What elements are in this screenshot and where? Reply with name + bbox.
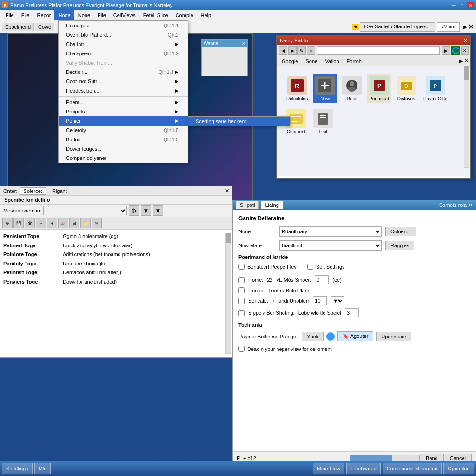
- browser-scrollbar-thumb[interactable]: [464, 66, 469, 80]
- toolbar-btn-epocimend[interactable]: Epocimend: [2, 23, 34, 31]
- dropdown-proipets[interactable]: Proipets ▶: [59, 107, 188, 116]
- tab-7vient[interactable]: 7Vient: [437, 22, 460, 32]
- onter-search-select[interactable]: [43, 206, 127, 215]
- toolbar-arrow-right[interactable]: ▸: [463, 22, 467, 31]
- menu-help[interactable]: Help: [197, 10, 215, 20]
- onter-icon-btn9[interactable]: ✉: [92, 218, 102, 228]
- onter-icon-btn4[interactable]: →: [36, 218, 46, 228]
- onter-tab-rigant[interactable]: Rigant: [48, 188, 71, 194]
- menu-file3[interactable]: File: [94, 10, 110, 20]
- submenu-scetting[interactable]: Scetting saue beckeot..: [188, 117, 290, 126]
- settings-cb-selt-input[interactable]: [307, 264, 313, 270]
- onter-search-btn2[interactable]: ▼: [141, 205, 151, 216]
- browser-menu-sone[interactable]: Sone: [303, 58, 320, 65]
- onter-icon-btn1[interactable]: ⊕: [2, 218, 13, 228]
- menu-none[interactable]: None: [74, 10, 94, 20]
- onter-scrollbar-thumb[interactable]: [226, 233, 231, 243]
- browser-menu-vation[interactable]: Vation: [322, 58, 342, 65]
- menu-repor[interactable]: Repor: [33, 10, 54, 20]
- onter-close-btn[interactable]: ✕: [225, 188, 229, 194]
- onter-search-btn3[interactable]: ▼: [153, 205, 163, 216]
- settings-raggies-btn[interactable]: Raggies: [385, 241, 414, 250]
- onter-tab-solerce[interactable]: Solerce:: [20, 187, 46, 195]
- taskbar-btn-troubxarod[interactable]: Troubxarod: [346, 463, 381, 474]
- settings-cb-honoe-input[interactable]: [238, 287, 245, 293]
- dropdown-epent[interactable]: Epent... ▶: [59, 98, 188, 107]
- icon-new[interactable]: New: [313, 74, 337, 103]
- menu-fetell[interactable]: Fetell Slice: [139, 10, 172, 20]
- toolbar-close-tab[interactable]: ✕: [468, 22, 474, 31]
- browser-home-btn[interactable]: ⌂: [307, 46, 315, 55]
- browser-forward-btn[interactable]: ▶: [288, 46, 297, 55]
- dropdown-celleroly[interactable]: Celleroly Qllt.1.5: [59, 126, 188, 135]
- settings-home-num-input[interactable]: [315, 275, 329, 284]
- icon-distoves[interactable]: D Distoves: [395, 74, 418, 103]
- onter-icon-btn2[interactable]: 💾: [13, 218, 24, 228]
- maximize-btn[interactable]: □: [458, 2, 466, 8]
- onter-icon-btn3[interactable]: 🗑: [25, 218, 35, 228]
- browser-close-btn[interactable]: ✕: [463, 38, 468, 44]
- browser-address-bar[interactable]: [317, 46, 440, 55]
- browser-menu-google[interactable]: Google: [279, 58, 301, 65]
- onter-scrollbar[interactable]: [225, 233, 231, 354]
- taskbar-btn-mle[interactable]: Mle: [34, 463, 51, 474]
- inner-close-btn[interactable]: ✕: [469, 202, 473, 208]
- browser-menu-forroh[interactable]: Forroh: [344, 58, 364, 65]
- icon-relcaloles[interactable]: R Relcaloles: [284, 74, 310, 103]
- menu-file1[interactable]: File: [2, 10, 18, 20]
- onter-icon-btn7[interactable]: ⊞: [69, 218, 79, 228]
- tocinania-btn-track[interactable]: Ynek: [302, 332, 324, 341]
- menu-hone[interactable]: Hone: [54, 10, 74, 20]
- settings-sippelv-input[interactable]: [345, 308, 359, 317]
- dropdown-compen[interactable]: Compen dd yener: [59, 153, 188, 163]
- browser-scroll-right[interactable]: ▶: [459, 58, 463, 64]
- minimize-btn[interactable]: ─: [450, 2, 457, 8]
- dropdown-humages[interactable]: Humages: Qllt.1.1: [59, 21, 188, 30]
- dropdown-ponier[interactable]: Ponier ▶ Scetting saue beckeot..: [59, 116, 188, 126]
- tocinania-btn-upenmaier[interactable]: Upenmaier: [376, 332, 411, 341]
- toolbar-btn-cowe[interactable]: Cowe: [35, 23, 54, 31]
- dropdown-copt[interactable]: Copt inot Sutr... ▶: [59, 77, 188, 86]
- icon-linit[interactable]: Linit: [311, 107, 335, 136]
- settings-cb-sippelv-input[interactable]: [238, 310, 245, 316]
- settings-cb-sencale-input[interactable]: [238, 298, 245, 304]
- small-window-close[interactable]: ✕: [242, 41, 245, 46]
- settings-cb-benatecrt-input[interactable]: [238, 264, 245, 270]
- browser-scrollbar[interactable]: [464, 66, 469, 168]
- tab-santeto[interactable]: I Se Santeto Slanrte Logets...: [360, 22, 435, 32]
- dropdown-ovent[interactable]: Ovent blo Plaherd... Qllt.2: [59, 30, 188, 40]
- menu-file2[interactable]: File: [18, 10, 33, 20]
- close-btn[interactable]: ✕: [467, 2, 474, 8]
- dropdown-heodes[interactable]: Heodes: ben... ▶: [59, 86, 188, 95]
- onter-search-btn1[interactable]: ⚙: [129, 205, 139, 216]
- onter-icon-btn6[interactable]: 🎸: [58, 218, 68, 228]
- dropdown-che[interactable]: Che Intr... ▶: [59, 40, 188, 49]
- browser-go-btn[interactable]: ▶: [442, 46, 450, 55]
- taskbar-btn-opooclert[interactable]: Opooclert: [443, 463, 474, 474]
- icon-purtainad[interactable]: P Purtainad: [367, 74, 391, 103]
- inner-tab-liaing[interactable]: Liaing: [261, 201, 283, 209]
- onter-icon-btn8[interactable]: 📁: [80, 218, 91, 228]
- taskbar-btn-setldlings[interactable]: Setldlings: [2, 463, 33, 474]
- menu-comple[interactable]: Comple: [172, 10, 197, 20]
- onter-icon-btn5[interactable]: ♦: [47, 218, 57, 228]
- menu-cellviews[interactable]: CellViews: [110, 10, 139, 20]
- browser-close-small[interactable]: ✕: [464, 58, 469, 64]
- settings-name-select[interactable]: Rdanllinary: [279, 226, 382, 237]
- settings-deaoin-input[interactable]: [238, 346, 245, 352]
- inner-tab-sliipoti[interactable]: Sliipoti: [236, 201, 259, 209]
- icon-relel[interactable]: Relel: [340, 74, 364, 103]
- dropdown-chatspeen[interactable]: Chatspeen... Qllt.1.2: [59, 49, 188, 58]
- settings-sencale-select[interactable]: ▼: [331, 296, 344, 305]
- browser-back-btn[interactable]: ◀: [279, 46, 287, 55]
- tocinania-btn-agouter[interactable]: 🔖 Agouter: [337, 331, 373, 341]
- settings-cb-home-input[interactable]: [238, 277, 245, 283]
- dropdown-dower[interactable]: Dower louges...: [59, 144, 188, 153]
- dropdown-dectiolr[interactable]: Dectiolr... Qllt.1.3 ▶: [59, 67, 188, 77]
- settings-colnen-btn[interactable]: Colnen...: [385, 227, 416, 236]
- browser-refresh-btn[interactable]: ↻: [298, 46, 306, 55]
- taskbar-btn-mine-flew[interactable]: Mine Flew: [313, 463, 344, 474]
- settings-sencale-input[interactable]: [313, 296, 327, 305]
- taskbar-btn-continasect[interactable]: Continasect Minearled: [383, 463, 442, 474]
- icon-payrol[interactable]: P Payrol Oltle: [422, 74, 450, 103]
